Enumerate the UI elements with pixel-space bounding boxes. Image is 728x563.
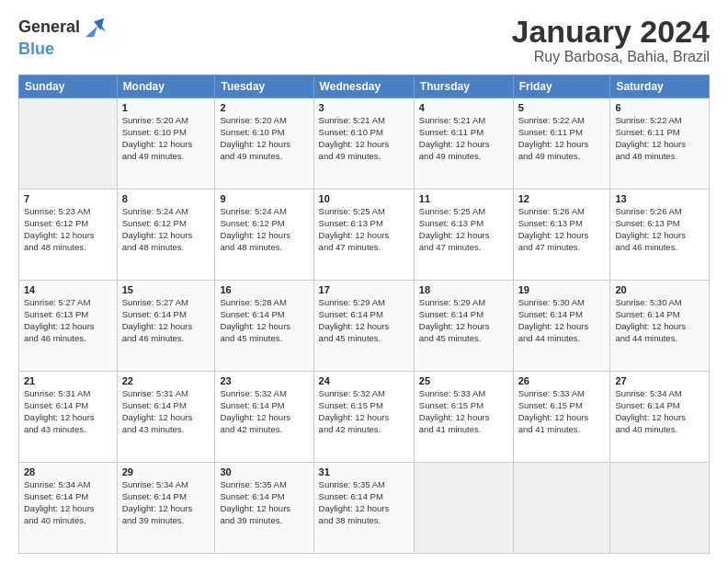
logo-text: General [18, 18, 80, 37]
day-info: Sunrise: 5:21 AM Sunset: 6:10 PM Dayligh… [319, 115, 409, 162]
day-info: Sunrise: 5:30 AM Sunset: 6:14 PM Dayligh… [518, 297, 606, 344]
day-number: 30 [220, 466, 308, 477]
calendar-cell: 8Sunrise: 5:24 AM Sunset: 6:12 PM Daylig… [117, 190, 215, 281]
week-row-4: 28Sunrise: 5:34 AM Sunset: 6:14 PM Dayli… [19, 463, 710, 554]
day-number: 4 [419, 102, 508, 113]
calendar-cell: 1Sunrise: 5:20 AM Sunset: 6:10 PM Daylig… [117, 98, 215, 190]
day-number: 19 [518, 284, 606, 295]
calendar-cell [513, 463, 610, 554]
day-info: Sunrise: 5:24 AM Sunset: 6:12 PM Dayligh… [220, 206, 308, 253]
calendar-cell: 10Sunrise: 5:25 AM Sunset: 6:13 PM Dayli… [313, 190, 414, 281]
calendar-cell: 25Sunrise: 5:33 AM Sunset: 6:15 PM Dayli… [414, 372, 513, 463]
day-number: 25 [419, 375, 508, 386]
day-number: 26 [518, 375, 606, 386]
day-info: Sunrise: 5:34 AM Sunset: 6:14 PM Dayligh… [122, 479, 210, 526]
day-number: 31 [319, 466, 409, 477]
svg-marker-0 [85, 23, 106, 37]
day-info: Sunrise: 5:34 AM Sunset: 6:14 PM Dayligh… [615, 388, 704, 435]
day-number: 13 [615, 193, 704, 204]
day-number: 5 [518, 102, 606, 113]
calendar-cell: 2Sunrise: 5:20 AM Sunset: 6:10 PM Daylig… [215, 98, 313, 190]
day-info: Sunrise: 5:32 AM Sunset: 6:14 PM Dayligh… [220, 388, 308, 435]
calendar-cell: 6Sunrise: 5:22 AM Sunset: 6:11 PM Daylig… [610, 98, 710, 190]
day-info: Sunrise: 5:31 AM Sunset: 6:14 PM Dayligh… [122, 388, 210, 435]
day-number: 24 [319, 375, 409, 386]
calendar-cell [19, 98, 118, 190]
day-info: Sunrise: 5:31 AM Sunset: 6:14 PM Dayligh… [24, 388, 112, 435]
day-number: 12 [518, 193, 606, 204]
calendar-cell: 21Sunrise: 5:31 AM Sunset: 6:14 PM Dayli… [19, 372, 118, 463]
calendar-table: SundayMondayTuesdayWednesdayThursdayFrid… [18, 75, 710, 554]
day-number: 27 [615, 375, 704, 386]
calendar-cell: 4Sunrise: 5:21 AM Sunset: 6:11 PM Daylig… [414, 98, 513, 190]
calendar-cell: 27Sunrise: 5:34 AM Sunset: 6:14 PM Dayli… [610, 372, 710, 463]
header: General Blue January 2024 Ruy Barbosa, B… [18, 15, 710, 65]
calendar-cell: 7Sunrise: 5:23 AM Sunset: 6:12 PM Daylig… [19, 190, 118, 281]
col-header-friday: Friday [513, 75, 610, 98]
day-info: Sunrise: 5:33 AM Sunset: 6:15 PM Dayligh… [419, 388, 508, 435]
day-number: 8 [122, 193, 210, 204]
col-header-wednesday: Wednesday [313, 75, 414, 98]
week-row-3: 21Sunrise: 5:31 AM Sunset: 6:14 PM Dayli… [19, 372, 710, 463]
day-info: Sunrise: 5:22 AM Sunset: 6:11 PM Dayligh… [518, 115, 606, 162]
day-info: Sunrise: 5:33 AM Sunset: 6:15 PM Dayligh… [518, 388, 606, 435]
day-info: Sunrise: 5:24 AM Sunset: 6:12 PM Dayligh… [122, 206, 210, 253]
day-info: Sunrise: 5:21 AM Sunset: 6:11 PM Dayligh… [419, 115, 508, 162]
calendar-cell: 29Sunrise: 5:34 AM Sunset: 6:14 PM Dayli… [117, 463, 215, 554]
day-info: Sunrise: 5:20 AM Sunset: 6:10 PM Dayligh… [122, 115, 210, 162]
calendar-subtitle: Ruy Barbosa, Bahia, Brazil [512, 49, 711, 65]
col-header-thursday: Thursday [414, 75, 513, 98]
day-info: Sunrise: 5:26 AM Sunset: 6:13 PM Dayligh… [518, 206, 606, 253]
day-info: Sunrise: 5:25 AM Sunset: 6:13 PM Dayligh… [419, 206, 508, 253]
calendar-cell: 13Sunrise: 5:26 AM Sunset: 6:13 PM Dayli… [610, 190, 710, 281]
day-number: 20 [615, 284, 704, 295]
calendar-cell: 19Sunrise: 5:30 AM Sunset: 6:14 PM Dayli… [513, 281, 610, 372]
day-number: 18 [419, 284, 508, 295]
col-header-tuesday: Tuesday [215, 75, 313, 98]
day-number: 14 [24, 284, 112, 295]
week-row-2: 14Sunrise: 5:27 AM Sunset: 6:13 PM Dayli… [19, 281, 710, 372]
day-number: 9 [220, 193, 308, 204]
day-info: Sunrise: 5:27 AM Sunset: 6:14 PM Dayligh… [122, 297, 210, 344]
header-row: SundayMondayTuesdayWednesdayThursdayFrid… [19, 75, 710, 98]
calendar-cell: 22Sunrise: 5:31 AM Sunset: 6:14 PM Dayli… [117, 372, 215, 463]
day-info: Sunrise: 5:35 AM Sunset: 6:14 PM Dayligh… [220, 479, 308, 526]
day-number: 15 [122, 284, 210, 295]
day-info: Sunrise: 5:25 AM Sunset: 6:13 PM Dayligh… [319, 206, 409, 253]
col-header-saturday: Saturday [610, 75, 710, 98]
day-info: Sunrise: 5:23 AM Sunset: 6:12 PM Dayligh… [24, 206, 112, 253]
page: General Blue January 2024 Ruy Barbosa, B… [0, 0, 728, 563]
day-info: Sunrise: 5:34 AM Sunset: 6:14 PM Dayligh… [24, 479, 112, 526]
day-info: Sunrise: 5:32 AM Sunset: 6:15 PM Dayligh… [319, 388, 409, 435]
calendar-cell: 24Sunrise: 5:32 AM Sunset: 6:15 PM Dayli… [313, 372, 414, 463]
calendar-cell: 9Sunrise: 5:24 AM Sunset: 6:12 PM Daylig… [215, 190, 313, 281]
calendar-cell: 12Sunrise: 5:26 AM Sunset: 6:13 PM Dayli… [513, 190, 610, 281]
logo: General Blue [18, 15, 108, 59]
calendar-cell: 3Sunrise: 5:21 AM Sunset: 6:10 PM Daylig… [313, 98, 414, 190]
calendar-cell: 26Sunrise: 5:33 AM Sunset: 6:15 PM Dayli… [513, 372, 610, 463]
day-number: 1 [122, 102, 210, 113]
day-info: Sunrise: 5:20 AM Sunset: 6:10 PM Dayligh… [220, 115, 308, 162]
day-info: Sunrise: 5:30 AM Sunset: 6:14 PM Dayligh… [615, 297, 704, 344]
calendar-cell [610, 463, 710, 554]
col-header-sunday: Sunday [19, 75, 118, 98]
day-number: 10 [319, 193, 409, 204]
logo-icon [82, 15, 108, 40]
day-info: Sunrise: 5:28 AM Sunset: 6:14 PM Dayligh… [220, 297, 308, 344]
calendar-cell: 18Sunrise: 5:29 AM Sunset: 6:14 PM Dayli… [414, 281, 513, 372]
calendar-cell: 30Sunrise: 5:35 AM Sunset: 6:14 PM Dayli… [215, 463, 313, 554]
day-number: 28 [24, 466, 112, 477]
day-info: Sunrise: 5:27 AM Sunset: 6:13 PM Dayligh… [24, 297, 112, 344]
day-number: 17 [319, 284, 409, 295]
logo-blue: Blue [18, 40, 54, 58]
calendar-cell: 20Sunrise: 5:30 AM Sunset: 6:14 PM Dayli… [610, 281, 710, 372]
calendar-cell: 16Sunrise: 5:28 AM Sunset: 6:14 PM Dayli… [215, 281, 313, 372]
calendar-cell [414, 463, 513, 554]
day-number: 29 [122, 466, 210, 477]
day-info: Sunrise: 5:29 AM Sunset: 6:14 PM Dayligh… [319, 297, 409, 344]
day-number: 23 [220, 375, 308, 386]
week-row-1: 7Sunrise: 5:23 AM Sunset: 6:12 PM Daylig… [19, 190, 710, 281]
day-info: Sunrise: 5:35 AM Sunset: 6:14 PM Dayligh… [319, 479, 409, 526]
day-info: Sunrise: 5:26 AM Sunset: 6:13 PM Dayligh… [615, 206, 704, 253]
day-info: Sunrise: 5:29 AM Sunset: 6:14 PM Dayligh… [419, 297, 508, 344]
